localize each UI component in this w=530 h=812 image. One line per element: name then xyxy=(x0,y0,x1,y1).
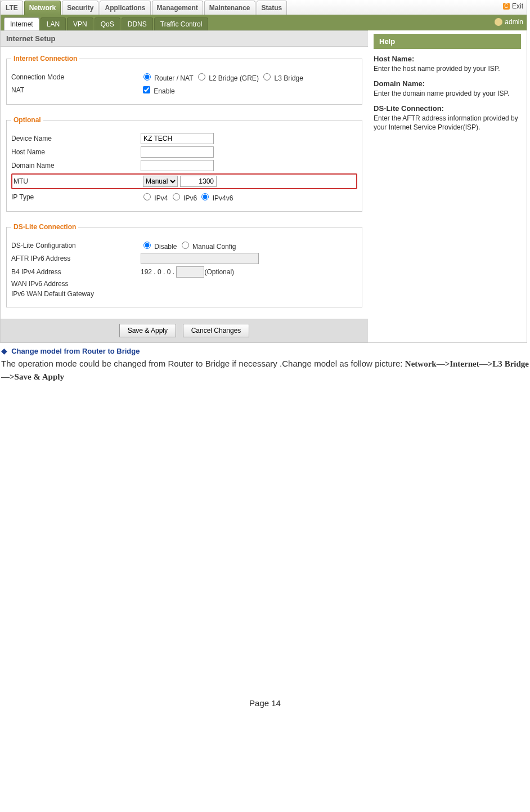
label-b4: B4 IPv4 Address xyxy=(11,268,141,276)
exit-icon: C xyxy=(503,3,510,10)
legend-internet-connection: Internet Connection xyxy=(11,55,79,63)
sub-tab-bar: Internet LAN VPN QoS DDNS Traffic Contro… xyxy=(1,15,527,30)
fieldset-optional: Optional Device Name Host Name Domain Na… xyxy=(6,116,362,212)
user-icon xyxy=(495,18,502,26)
bullet-icon: ◆ xyxy=(1,346,7,355)
subtab-traffic[interactable]: Traffic Control xyxy=(154,17,209,30)
input-mtu-value[interactable] xyxy=(180,176,217,187)
help-domain-heading: Domain Name: xyxy=(374,79,521,88)
save-apply-button[interactable]: Save & Apply xyxy=(119,324,176,337)
subtab-qos[interactable]: QoS xyxy=(95,17,120,30)
label-ipv6-gateway: IPv6 WAN Default Gateway xyxy=(11,290,141,298)
cancel-button[interactable]: Cancel Changes xyxy=(183,324,250,337)
help-panel: Help Host Name: Enter the host name prov… xyxy=(368,30,527,141)
main-tab-bar: LTE Network Security Applications Manage… xyxy=(1,0,527,15)
subtab-ddns[interactable]: DDNS xyxy=(122,17,153,30)
tab-applications[interactable]: Applications xyxy=(100,1,150,15)
radio-ipv4v6[interactable]: IPv4v6 xyxy=(199,191,233,202)
button-bar: Save & Apply Cancel Changes xyxy=(1,319,368,342)
subtab-internet[interactable]: Internet xyxy=(4,17,39,30)
help-title: Help xyxy=(374,34,521,49)
radio-ipv6[interactable]: IPv6 xyxy=(170,191,197,202)
admin-indicator: admin xyxy=(495,18,523,26)
b4-prefix: 192 . 0 . 0 . xyxy=(141,268,174,276)
doc-section-title: Change model from Router to Bridge xyxy=(11,347,140,355)
radio-l2-bridge[interactable]: L2 Bridge (GRE) xyxy=(195,72,259,82)
select-mtu-mode[interactable]: Manual xyxy=(143,176,178,187)
input-domain-name[interactable] xyxy=(141,160,214,171)
label-host-name: Host Name xyxy=(11,148,141,156)
help-host-text: Enter the host name provided by your ISP… xyxy=(374,64,521,74)
fieldset-dslite: DS-Lite Connection DS-Lite Configuration… xyxy=(6,223,362,307)
tab-security[interactable]: Security xyxy=(62,1,98,15)
label-wan-ipv6: WAN IPv6 Address xyxy=(11,280,141,288)
label-domain-name: Domain Name xyxy=(11,162,141,169)
label-aftr: AFTR IPv6 Address xyxy=(11,255,141,262)
label-device-name: Device Name xyxy=(11,135,141,142)
b4-optional-note: (Optional) xyxy=(204,268,234,276)
subtab-vpn[interactable]: VPN xyxy=(67,17,93,30)
checkbox-nat-enable[interactable]: Enable xyxy=(141,84,175,95)
radio-ipv4[interactable]: IPv4 xyxy=(141,191,168,202)
tab-maintenance[interactable]: Maintenance xyxy=(204,1,255,15)
tab-lte[interactable]: LTE xyxy=(1,1,23,15)
document-text: ◆ Change model from Router to Bridge The… xyxy=(0,343,530,383)
label-ip-type: IP Type xyxy=(11,193,141,201)
legend-optional: Optional xyxy=(11,116,43,124)
radio-l3-bridge[interactable]: L3 Bridge xyxy=(260,72,303,82)
tab-network[interactable]: Network xyxy=(24,1,61,15)
page-number: Page 14 xyxy=(0,698,530,719)
label-connection-mode: Connection Mode xyxy=(11,73,141,81)
row-mtu-highlighted: MTU Manual xyxy=(11,173,357,189)
doc-body: The operation mode could be changed from… xyxy=(1,358,529,383)
input-b4-octet xyxy=(176,266,204,278)
radio-router-nat[interactable]: Router / NAT xyxy=(141,72,193,82)
input-aftr xyxy=(141,253,259,264)
exit-label: Exit xyxy=(512,2,523,10)
help-dslite-text: Enter the AFTR address information provi… xyxy=(374,114,521,133)
router-admin-screenshot: LTE Network Security Applications Manage… xyxy=(0,0,527,343)
doc-sentence: The operation mode could be changed from… xyxy=(1,359,405,368)
help-dslite-heading: DS-Lite Connection: xyxy=(374,104,521,113)
admin-label: admin xyxy=(505,18,523,26)
help-host-heading: Host Name: xyxy=(374,55,521,63)
radio-dslite-manual[interactable]: Manual Config xyxy=(179,240,236,251)
legend-dslite: DS-Lite Connection xyxy=(11,223,78,231)
fieldset-internet-connection: Internet Connection Connection Mode Rout… xyxy=(6,55,362,105)
tab-status[interactable]: Status xyxy=(257,1,288,15)
page-title: Internet Setup xyxy=(1,30,368,47)
tab-management[interactable]: Management xyxy=(152,1,203,15)
label-nat: NAT xyxy=(11,86,141,94)
label-mtu: MTU xyxy=(14,177,143,185)
exit-link[interactable]: C Exit xyxy=(503,2,523,10)
help-domain-text: Enter the domain name provided by your I… xyxy=(374,89,521,99)
input-host-name[interactable] xyxy=(141,146,214,158)
subtab-lan[interactable]: LAN xyxy=(41,17,66,30)
label-dslite-config: DS-Lite Configuration xyxy=(11,242,141,249)
radio-dslite-disable[interactable]: Disable xyxy=(141,240,177,251)
input-device-name[interactable] xyxy=(141,133,214,144)
